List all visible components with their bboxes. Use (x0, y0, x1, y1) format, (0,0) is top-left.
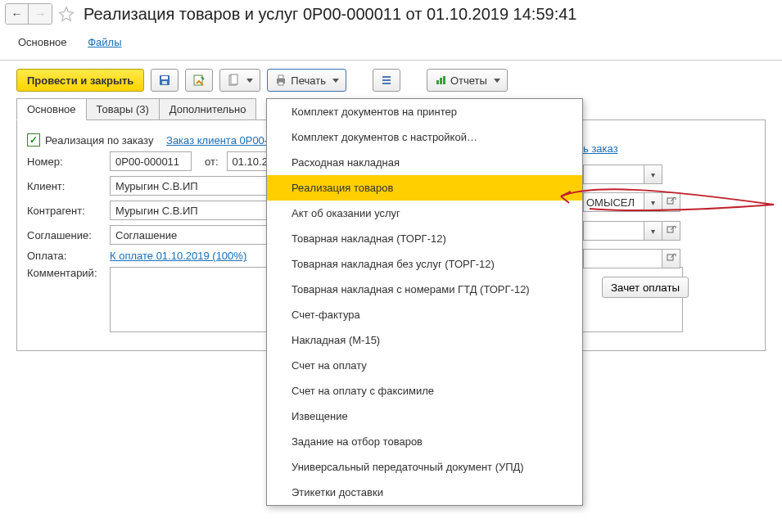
field3-open-button[interactable] (662, 221, 680, 241)
reports-button-label: Отчеты (450, 74, 487, 87)
subtab-extra[interactable]: Дополнительно (159, 98, 257, 119)
post-button[interactable] (185, 69, 213, 92)
print-menu-item[interactable]: Товарная накладная без услуг (ТОРГ-12) (267, 251, 582, 277)
print-menu-item[interactable]: Товарная накладная (ТОРГ-12) (267, 226, 582, 251)
list-icon (380, 74, 393, 87)
print-menu-item[interactable]: Этикетки доставки (267, 480, 582, 505)
agreement-input[interactable]: Соглашение (110, 225, 273, 245)
print-menu-item[interactable]: Задание на отбор товаров (267, 429, 582, 454)
print-menu-item[interactable]: Товарная накладная с номерами ГТД (ТОРГ-… (267, 277, 582, 302)
printer-icon (274, 74, 287, 87)
counterparty-input[interactable]: Мурыгин С.В.ИП (110, 201, 273, 220)
post-and-close-button[interactable]: Провести и закрыть (16, 69, 144, 92)
number-label: Номер: (27, 156, 105, 168)
offset-payment-button[interactable]: Зачет оплаты (602, 277, 689, 298)
field3-dropdown-button[interactable]: ▾ (644, 221, 662, 241)
subtab-main[interactable]: Основное (16, 98, 87, 120)
top-tab-files[interactable]: Файлы (86, 33, 123, 52)
reports-button[interactable]: Отчеты (427, 69, 508, 92)
payment-label: Оплата: (27, 250, 105, 262)
svg-rect-7 (278, 75, 283, 79)
list-view-button[interactable] (373, 69, 400, 92)
number-input[interactable]: 0Р00-000011 (110, 151, 192, 171)
post-icon (192, 74, 206, 87)
svg-rect-14 (443, 76, 445, 84)
print-menu-item[interactable]: Акт об оказании услуг (267, 201, 582, 226)
svg-rect-1 (161, 76, 168, 79)
payment-link[interactable]: К оплате 01.10.2019 (100%) (110, 250, 246, 262)
svg-rect-16 (667, 227, 673, 232)
print-menu-item[interactable]: Накладная (М-15) (267, 327, 582, 353)
print-menu-item[interactable]: Комплект документов с настройкой… (267, 124, 582, 150)
svg-rect-10 (382, 79, 391, 81)
print-menu-item[interactable]: Счет на оплату (267, 353, 582, 378)
nav-forward-button[interactable]: → (29, 4, 52, 24)
subtab-goods[interactable]: Товары (3) (86, 98, 160, 119)
svg-rect-17 (667, 255, 673, 260)
print-dropdown-menu: Комплект документов на принтерКомплект д… (266, 98, 583, 506)
field1-dropdown-button[interactable]: ▾ (644, 165, 662, 184)
print-button[interactable]: Печать (267, 69, 346, 92)
print-menu-item[interactable]: Расходная накладная (267, 150, 582, 175)
svg-rect-11 (382, 83, 391, 84)
svg-rect-12 (436, 80, 439, 84)
order-tail-link[interactable]: ь заказ (583, 142, 618, 155)
nav-back-button[interactable]: ← (6, 4, 29, 24)
field2-open-button[interactable] (662, 192, 680, 212)
save-icon (158, 74, 171, 87)
by-order-checkbox[interactable]: ✓ (27, 133, 40, 147)
save-button[interactable] (151, 69, 179, 92)
chart-icon (434, 74, 447, 87)
page-title: Реализация товаров и услуг 0Р00-000011 о… (84, 5, 576, 24)
favorite-star-icon[interactable] (57, 5, 75, 23)
svg-rect-9 (382, 76, 391, 78)
print-menu-item[interactable]: Извещение (267, 404, 582, 429)
org-frag[interactable]: ОМЫСЕЛ (583, 192, 644, 212)
counterparty-label: Контрагент: (27, 205, 105, 217)
print-menu-item[interactable]: Счет на оплату с факсимиле (267, 378, 582, 404)
by-order-label: Реализация по заказу (45, 134, 153, 147)
print-menu-item[interactable]: Реализация товаров (267, 175, 582, 201)
create-based-on-button[interactable] (219, 69, 260, 92)
client-input[interactable]: Мурыгин С.В.ИП (110, 176, 273, 196)
top-tab-main[interactable]: Основное (16, 33, 69, 52)
svg-rect-5 (231, 74, 237, 84)
comment-label: Комментарий: (27, 267, 105, 279)
svg-rect-8 (278, 82, 283, 85)
arrow-left-icon: ← (11, 7, 23, 20)
agreement-label: Соглашение: (27, 229, 105, 241)
svg-rect-2 (162, 81, 167, 84)
field2-dropdown-button[interactable]: ▾ (644, 192, 662, 212)
order-link[interactable]: Заказ клиента 0Р00- (166, 134, 268, 147)
arrow-right-icon: → (34, 7, 46, 20)
svg-rect-15 (667, 198, 673, 204)
from-label: от: (205, 156, 219, 168)
client-label: Клиент: (27, 180, 105, 192)
print-button-label: Печать (291, 74, 326, 87)
field4-open-button[interactable] (662, 249, 680, 268)
print-menu-item[interactable]: Комплект документов на принтер (267, 99, 582, 124)
svg-rect-13 (440, 78, 442, 84)
print-menu-item[interactable]: Счет-фактура (267, 302, 582, 327)
print-menu-item[interactable]: Универсальный передаточный документ (УПД… (267, 454, 582, 480)
document-icon (227, 74, 240, 87)
